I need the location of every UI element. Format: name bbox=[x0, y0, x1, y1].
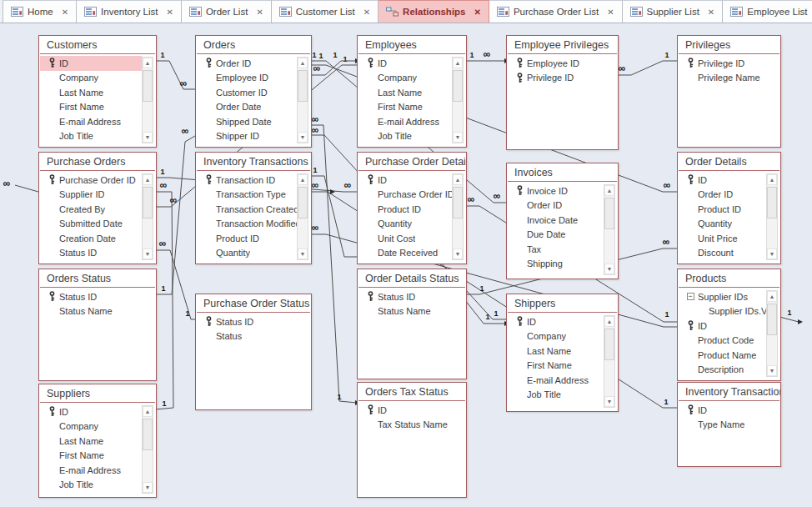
field-row-company[interactable]: Company bbox=[40, 71, 142, 86]
relationship-line[interactable] bbox=[155, 136, 195, 294]
field-row-order-id[interactable]: Order ID bbox=[508, 198, 604, 213]
field-row-product-code[interactable]: Product Code bbox=[679, 334, 766, 349]
scroll-down-button[interactable]: ▼ bbox=[767, 248, 777, 259]
scrollbar[interactable]: ▲▼ bbox=[297, 173, 308, 260]
scrollbar[interactable]: ▲▼ bbox=[452, 57, 464, 143]
table-invoices[interactable]: InvoicesInvoice IDOrder IDInvoice DateDu… bbox=[506, 163, 619, 279]
field-row-e-mail-address[interactable]: E-mail Address bbox=[40, 463, 142, 478]
field-row-status-id[interactable]: Status ID bbox=[358, 289, 465, 304]
scroll-thumb[interactable] bbox=[767, 304, 777, 335]
field-row-e-mail-address[interactable]: E-mail Address bbox=[358, 114, 452, 129]
field-row-unit-cost[interactable]: Unit Cost bbox=[358, 231, 452, 246]
scrollbar[interactable]: ▲▼ bbox=[142, 405, 153, 494]
field-row-e-mail-address[interactable]: E-mail Address bbox=[40, 114, 142, 129]
scrollbar[interactable]: ▲▼ bbox=[604, 315, 615, 408]
scrollbar[interactable]: ▲▼ bbox=[452, 173, 464, 260]
field-row-product-id[interactable]: Product ID bbox=[197, 231, 297, 246]
field-row-purchase-order-id[interactable]: Purchase Order ID bbox=[40, 173, 142, 188]
scroll-down-button[interactable]: ▼ bbox=[767, 365, 777, 376]
scroll-track[interactable] bbox=[453, 185, 463, 248]
table-inventory-transactions[interactable]: Inventory TransactionsTransaction IDTran… bbox=[195, 152, 312, 264]
field-row-product-id[interactable]: Product ID bbox=[679, 202, 766, 217]
table-employee-privileges[interactable]: Employee PrivilegesEmployee IDPrivilege … bbox=[506, 35, 619, 150]
scroll-up-button[interactable]: ▲ bbox=[767, 291, 777, 302]
scroll-thumb[interactable] bbox=[453, 70, 463, 102]
scroll-track[interactable] bbox=[604, 196, 614, 264]
field-row-id[interactable]: ID bbox=[679, 173, 766, 188]
table-order-details[interactable]: Order DetailsIDOrder IDProduct IDQuantit… bbox=[677, 152, 781, 264]
scroll-thumb[interactable] bbox=[604, 329, 614, 360]
table-employees[interactable]: EmployeesIDCompanyLast NameFirst NameE-m… bbox=[357, 35, 467, 148]
table-customers[interactable]: CustomersIDCompanyLast NameFirst NameE-m… bbox=[38, 35, 157, 148]
scrollbar[interactable]: ▲▼ bbox=[297, 57, 308, 143]
field-row-purchase-order-id[interactable]: Purchase Order ID bbox=[358, 188, 452, 203]
scroll-track[interactable] bbox=[298, 68, 308, 132]
field-row-status-name[interactable]: Status Name bbox=[40, 304, 155, 319]
field-row-tax-status-name[interactable]: Tax Status Name bbox=[358, 418, 465, 433]
relationship-line[interactable] bbox=[155, 61, 195, 89]
scroll-track[interactable] bbox=[143, 68, 153, 132]
table-products[interactable]: Products−Supplier IDsSupplier IDs.ValIDP… bbox=[677, 269, 781, 381]
table-order-details-status[interactable]: Order Details StatusStatus IDStatus Name bbox=[357, 269, 467, 379]
scroll-track[interactable] bbox=[143, 417, 153, 482]
scroll-up-button[interactable]: ▲ bbox=[143, 58, 153, 68]
field-row-status-name[interactable]: Status Name bbox=[358, 304, 465, 319]
field-row-id[interactable]: ID bbox=[40, 404, 142, 419]
field-row-job-title[interactable]: Job Title bbox=[358, 129, 452, 144]
field-row-quantity[interactable]: Quantity bbox=[358, 217, 452, 232]
field-row-last-name[interactable]: Last Name bbox=[40, 434, 142, 449]
relationship-line[interactable] bbox=[155, 192, 173, 409]
field-row-order-id[interactable]: Order ID bbox=[197, 56, 297, 71]
field-row-privilege-id[interactable]: Privilege ID bbox=[508, 71, 617, 86]
table-orders-status[interactable]: Orders StatusStatus IDStatus Name bbox=[38, 269, 157, 381]
field-row-privilege-id[interactable]: Privilege ID bbox=[679, 56, 779, 71]
scroll-up-button[interactable]: ▲ bbox=[604, 185, 614, 196]
field-row-supplier-ids[interactable]: −Supplier IDs bbox=[679, 289, 766, 304]
field-row-description[interactable]: Description bbox=[679, 363, 766, 378]
field-row-last-name[interactable]: Last Name bbox=[358, 85, 452, 100]
field-row-discount[interactable]: Discount bbox=[679, 246, 766, 261]
field-row-id[interactable]: ID bbox=[358, 403, 465, 418]
field-row-order-date[interactable]: Order Date bbox=[197, 100, 297, 115]
scroll-track[interactable] bbox=[767, 185, 777, 248]
scroll-thumb[interactable] bbox=[143, 187, 153, 218]
field-row-created-by[interactable]: Created By bbox=[40, 202, 142, 217]
field-row-customer-id[interactable]: Customer ID bbox=[197, 85, 297, 100]
field-row-job-title[interactable]: Job Title bbox=[40, 129, 142, 144]
scroll-down-button[interactable]: ▼ bbox=[604, 264, 614, 274]
field-row-submitted-date[interactable]: Submitted Date bbox=[40, 217, 142, 232]
field-row-due-date[interactable]: Due Date bbox=[508, 228, 604, 243]
scroll-down-button[interactable]: ▼ bbox=[453, 248, 463, 259]
scroll-up-button[interactable]: ▲ bbox=[143, 406, 153, 417]
field-row-status-id[interactable]: Status ID bbox=[40, 289, 155, 304]
table-privileges[interactable]: PrivilegesPrivilege IDPrivilege Name bbox=[677, 35, 781, 148]
field-row-unit-price[interactable]: Unit Price bbox=[679, 231, 766, 246]
field-row-company[interactable]: Company bbox=[358, 71, 452, 86]
scroll-track[interactable] bbox=[298, 185, 308, 248]
field-row-privilege-name[interactable]: Privilege Name bbox=[679, 71, 779, 86]
field-row-product-name[interactable]: Product Name bbox=[679, 348, 766, 363]
field-row-first-name[interactable]: First Name bbox=[40, 449, 142, 464]
field-row-id[interactable]: ID bbox=[508, 314, 604, 329]
relationship-line[interactable] bbox=[15, 185, 38, 192]
field-row-id[interactable]: ID bbox=[40, 56, 142, 71]
table-purchase-order-status[interactable]: Purchase Order StatusStatus IDStatus bbox=[195, 294, 312, 410]
scrollbar[interactable]: ▲▼ bbox=[142, 57, 153, 143]
field-row-transaction-modified[interactable]: Transaction Modified bbox=[197, 217, 297, 232]
field-row-company[interactable]: Company bbox=[508, 329, 604, 344]
scroll-down-button[interactable]: ▼ bbox=[604, 396, 614, 407]
scrollbar[interactable]: ▲▼ bbox=[142, 173, 153, 260]
table-orders-tax-status[interactable]: Orders Tax StatusIDTax Status Name bbox=[357, 382, 467, 498]
field-row-product-id[interactable]: Product ID bbox=[358, 202, 452, 217]
scroll-up-button[interactable]: ▲ bbox=[604, 316, 614, 327]
field-row-first-name[interactable]: First Name bbox=[40, 100, 142, 115]
table-purchase-order-details[interactable]: Purchase Order DetailsIDPurchase Order I… bbox=[357, 152, 467, 264]
scroll-thumb[interactable] bbox=[143, 70, 153, 102]
table-shippers[interactable]: ShippersIDCompanyLast NameFirst NameE-ma… bbox=[506, 294, 619, 412]
field-row-type-name[interactable]: Type Name bbox=[679, 418, 779, 433]
field-row-e-mail-address[interactable]: E-mail Address bbox=[508, 373, 604, 388]
table-inventory-transaction-types[interactable]: Inventory Transaction ...IDType Name bbox=[677, 382, 781, 467]
scroll-thumb[interactable] bbox=[453, 187, 463, 218]
scroll-up-button[interactable]: ▲ bbox=[298, 58, 308, 68]
field-row-status[interactable]: Status bbox=[197, 329, 310, 344]
